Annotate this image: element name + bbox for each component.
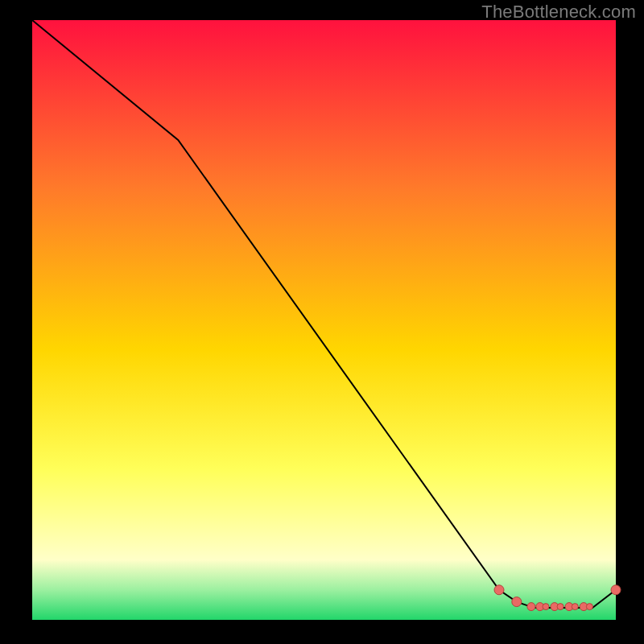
data-marker [572,604,578,610]
data-marker [527,603,535,611]
data-marker [543,604,549,610]
chart-frame: { "watermark": "TheBottleneck.com", "col… [0,0,644,644]
watermark-text: TheBottleneck.com [481,2,636,23]
data-marker [586,604,592,610]
data-marker [512,597,522,607]
data-marker [611,585,621,595]
data-marker [557,604,564,610]
chart-svg [0,0,644,644]
plot-area [32,20,616,620]
data-marker [494,585,504,595]
